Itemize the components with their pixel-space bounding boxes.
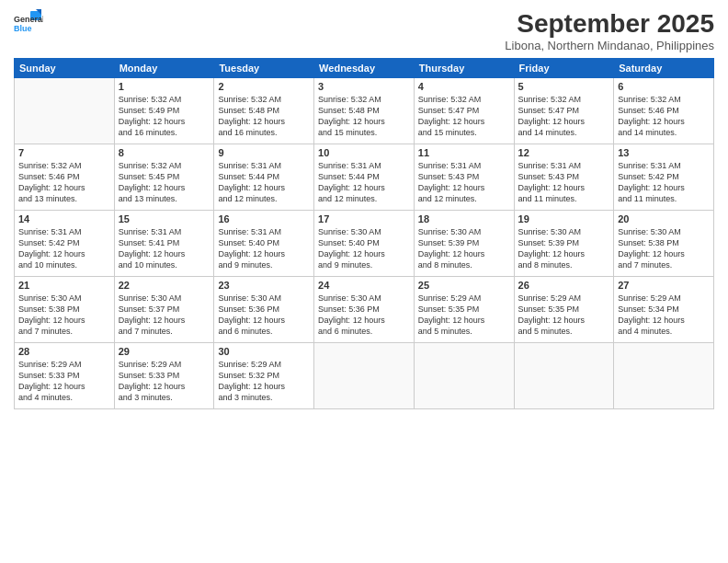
cell-w5-d6 [514, 343, 614, 409]
cell-w1-d2: 1Sunrise: 5:32 AMSunset: 5:49 PMDaylight… [114, 78, 214, 144]
cell-w3-d6: 19Sunrise: 5:30 AMSunset: 5:39 PMDayligh… [514, 211, 614, 277]
cell-info: Sunrise: 5:30 AMSunset: 5:39 PMDaylight:… [418, 226, 510, 271]
week-row-1: 1Sunrise: 5:32 AMSunset: 5:49 PMDaylight… [15, 78, 714, 144]
cell-info: Sunrise: 5:31 AMSunset: 5:43 PMDaylight:… [518, 160, 610, 205]
cell-info: Sunrise: 5:32 AMSunset: 5:47 PMDaylight:… [418, 94, 510, 139]
cell-w4-d7: 27Sunrise: 5:29 AMSunset: 5:34 PMDayligh… [614, 277, 714, 343]
cell-w3-d4: 17Sunrise: 5:30 AMSunset: 5:40 PMDayligh… [314, 211, 415, 277]
cell-w3-d2: 15Sunrise: 5:31 AMSunset: 5:41 PMDayligh… [114, 211, 214, 277]
day-number: 1 [119, 81, 210, 92]
cell-w1-d1 [15, 78, 115, 144]
day-number: 14 [18, 213, 110, 224]
cell-w4-d1: 21Sunrise: 5:30 AMSunset: 5:38 PMDayligh… [15, 277, 115, 343]
cell-w4-d3: 23Sunrise: 5:30 AMSunset: 5:36 PMDayligh… [214, 277, 314, 343]
day-number: 17 [318, 213, 410, 224]
cell-w3-d7: 20Sunrise: 5:30 AMSunset: 5:38 PMDayligh… [614, 211, 714, 277]
day-number: 8 [119, 147, 210, 158]
cell-info: Sunrise: 5:29 AMSunset: 5:32 PMDaylight:… [218, 359, 310, 404]
day-number: 18 [418, 213, 510, 224]
day-number: 5 [518, 81, 610, 92]
col-monday: Monday [114, 59, 214, 78]
day-number: 29 [119, 346, 210, 357]
cell-info: Sunrise: 5:32 AMSunset: 5:46 PMDaylight:… [18, 160, 110, 205]
cell-info: Sunrise: 5:29 AMSunset: 5:33 PMDaylight:… [18, 359, 110, 404]
cell-info: Sunrise: 5:32 AMSunset: 5:46 PMDaylight:… [618, 94, 710, 139]
day-number: 11 [418, 147, 510, 158]
day-number: 13 [618, 147, 710, 158]
cell-w1-d7: 6Sunrise: 5:32 AMSunset: 5:46 PMDaylight… [614, 78, 714, 144]
svg-text:Blue: Blue [14, 24, 32, 33]
day-number: 27 [618, 280, 710, 291]
day-number: 25 [418, 280, 510, 291]
day-number: 7 [18, 147, 110, 158]
day-number: 26 [518, 280, 610, 291]
cell-info: Sunrise: 5:32 AMSunset: 5:48 PMDaylight:… [218, 94, 310, 139]
cell-info: Sunrise: 5:30 AMSunset: 5:39 PMDaylight:… [518, 226, 610, 271]
cell-info: Sunrise: 5:30 AMSunset: 5:40 PMDaylight:… [318, 226, 410, 271]
cell-w1-d4: 3Sunrise: 5:32 AMSunset: 5:48 PMDaylight… [314, 78, 415, 144]
week-row-2: 7Sunrise: 5:32 AMSunset: 5:46 PMDaylight… [15, 144, 714, 211]
cell-w5-d4 [314, 343, 415, 409]
week-row-4: 21Sunrise: 5:30 AMSunset: 5:38 PMDayligh… [15, 277, 714, 343]
col-saturday: Saturday [614, 59, 714, 78]
cell-info: Sunrise: 5:29 AMSunset: 5:35 PMDaylight:… [518, 293, 610, 338]
cell-w4-d5: 25Sunrise: 5:29 AMSunset: 5:35 PMDayligh… [414, 277, 514, 343]
cell-info: Sunrise: 5:31 AMSunset: 5:44 PMDaylight:… [318, 160, 410, 205]
cell-w2-d4: 10Sunrise: 5:31 AMSunset: 5:44 PMDayligh… [314, 144, 415, 211]
header: General Blue September 2025 Libona, Nort… [14, 9, 714, 52]
cell-w2-d6: 12Sunrise: 5:31 AMSunset: 5:43 PMDayligh… [514, 144, 614, 211]
cell-w4-d6: 26Sunrise: 5:29 AMSunset: 5:35 PMDayligh… [514, 277, 614, 343]
cell-info: Sunrise: 5:32 AMSunset: 5:47 PMDaylight:… [518, 94, 610, 139]
cell-info: Sunrise: 5:30 AMSunset: 5:37 PMDaylight:… [119, 293, 210, 338]
svg-text:General: General [14, 15, 43, 24]
month-title: September 2025 [505, 9, 714, 39]
day-number: 21 [18, 280, 110, 291]
day-number: 6 [618, 81, 710, 92]
day-number: 30 [218, 346, 310, 357]
day-number: 2 [218, 81, 310, 92]
cell-w2-d1: 7Sunrise: 5:32 AMSunset: 5:46 PMDaylight… [15, 144, 115, 211]
cell-w5-d5 [414, 343, 514, 409]
cell-info: Sunrise: 5:31 AMSunset: 5:44 PMDaylight:… [218, 160, 310, 205]
cell-info: Sunrise: 5:31 AMSunset: 5:40 PMDaylight:… [218, 226, 310, 271]
calendar-table: Sunday Monday Tuesday Wednesday Thursday… [14, 58, 714, 409]
header-row: Sunday Monday Tuesday Wednesday Thursday… [15, 59, 714, 78]
cell-w1-d5: 4Sunrise: 5:32 AMSunset: 5:47 PMDaylight… [414, 78, 514, 144]
day-number: 28 [18, 346, 110, 357]
cell-info: Sunrise: 5:31 AMSunset: 5:42 PMDaylight:… [618, 160, 710, 205]
cell-info: Sunrise: 5:31 AMSunset: 5:43 PMDaylight:… [418, 160, 510, 205]
cell-w4-d2: 22Sunrise: 5:30 AMSunset: 5:37 PMDayligh… [114, 277, 214, 343]
col-sunday: Sunday [15, 59, 115, 78]
cell-w2-d2: 8Sunrise: 5:32 AMSunset: 5:45 PMDaylight… [114, 144, 214, 211]
day-number: 9 [218, 147, 310, 158]
col-tuesday: Tuesday [214, 59, 314, 78]
col-wednesday: Wednesday [314, 59, 415, 78]
day-number: 3 [318, 81, 410, 92]
cell-info: Sunrise: 5:30 AMSunset: 5:36 PMDaylight:… [218, 293, 310, 338]
cell-info: Sunrise: 5:29 AMSunset: 5:35 PMDaylight:… [418, 293, 510, 338]
cell-w3-d3: 16Sunrise: 5:31 AMSunset: 5:40 PMDayligh… [214, 211, 314, 277]
cell-info: Sunrise: 5:32 AMSunset: 5:48 PMDaylight:… [318, 94, 410, 139]
day-number: 24 [318, 280, 410, 291]
day-number: 23 [218, 280, 310, 291]
col-friday: Friday [514, 59, 614, 78]
cell-info: Sunrise: 5:31 AMSunset: 5:41 PMDaylight:… [119, 226, 210, 271]
cell-info: Sunrise: 5:30 AMSunset: 5:38 PMDaylight:… [18, 293, 110, 338]
title-block: September 2025 Libona, Northern Mindanao… [505, 9, 714, 52]
cell-w1-d6: 5Sunrise: 5:32 AMSunset: 5:47 PMDaylight… [514, 78, 614, 144]
cell-info: Sunrise: 5:32 AMSunset: 5:45 PMDaylight:… [119, 160, 210, 205]
cell-info: Sunrise: 5:31 AMSunset: 5:42 PMDaylight:… [18, 226, 110, 271]
logo-svg: General Blue [14, 9, 43, 39]
cell-w2-d7: 13Sunrise: 5:31 AMSunset: 5:42 PMDayligh… [614, 144, 714, 211]
cell-w5-d7 [614, 343, 714, 409]
cell-w3-d1: 14Sunrise: 5:31 AMSunset: 5:42 PMDayligh… [15, 211, 115, 277]
logo: General Blue [14, 9, 43, 39]
cell-info: Sunrise: 5:29 AMSunset: 5:34 PMDaylight:… [618, 293, 710, 338]
col-thursday: Thursday [414, 59, 514, 78]
cell-w4-d4: 24Sunrise: 5:30 AMSunset: 5:36 PMDayligh… [314, 277, 415, 343]
week-row-3: 14Sunrise: 5:31 AMSunset: 5:42 PMDayligh… [15, 211, 714, 277]
day-number: 20 [618, 213, 710, 224]
calendar-page: General Blue September 2025 Libona, Nort… [0, 0, 728, 563]
cell-info: Sunrise: 5:30 AMSunset: 5:38 PMDaylight:… [618, 226, 710, 271]
location: Libona, Northern Mindanao, Philippines [505, 39, 714, 52]
